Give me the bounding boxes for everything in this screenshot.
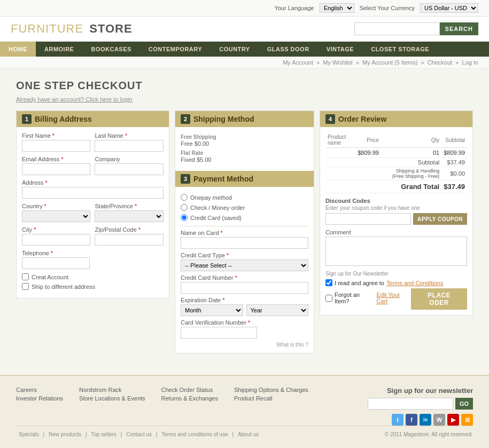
create-account-checkbox[interactable] bbox=[22, 273, 29, 280]
nav-glass-door[interactable]: GLASS DOOR bbox=[259, 42, 318, 57]
language-label: Your Language bbox=[274, 5, 314, 11]
expiry-label: Expiration Date * bbox=[181, 297, 308, 303]
company-input[interactable] bbox=[95, 163, 163, 175]
footer-shipping-options[interactable]: Shipping Options & Charges bbox=[234, 387, 308, 393]
last-name-input[interactable] bbox=[95, 140, 163, 152]
zip-input[interactable] bbox=[95, 234, 163, 246]
country-select[interactable] bbox=[22, 210, 90, 222]
main-content: ONE STEP CHECKOUT Already have an accoun… bbox=[0, 69, 489, 375]
what-is-this[interactable]: What is this ? bbox=[181, 342, 308, 348]
social-wikipedia[interactable]: W bbox=[433, 414, 445, 426]
footer-new-products[interactable]: New products bbox=[49, 431, 81, 437]
ship-different-checkbox[interactable] bbox=[22, 283, 29, 290]
order-section: 4 Order Review Product name Price Qty Su… bbox=[320, 111, 473, 316]
billing-section: 1 Billing Addtress First Name * Last Nam… bbox=[16, 111, 169, 298]
shipping-free-detail: Free $0.00 bbox=[181, 140, 209, 147]
telephone-label: Telephone * bbox=[22, 250, 90, 256]
social-linkedin[interactable]: in bbox=[420, 414, 431, 426]
footer-careers[interactable]: Careers bbox=[16, 387, 63, 393]
currency-select[interactable]: US Dollar - USD bbox=[420, 3, 478, 13]
coupon-input[interactable] bbox=[325, 213, 411, 225]
nav-home[interactable]: HOME bbox=[0, 42, 36, 57]
coupon-row: APPLY COUPON bbox=[325, 213, 467, 225]
breadcrumb-wishlist[interactable]: My Wishlist bbox=[323, 59, 353, 66]
col-subtotal: Subtotal bbox=[441, 132, 467, 148]
footer-store-locations[interactable]: Store Locations & Events bbox=[79, 395, 145, 402]
first-name-input[interactable] bbox=[22, 140, 90, 152]
language-select[interactable]: English bbox=[320, 3, 354, 13]
ship-different-row: Ship to different address bbox=[22, 283, 164, 290]
terms-checkbox[interactable] bbox=[325, 279, 332, 286]
shipping-option-flat: Flat Rate Fixed $5.00 bbox=[181, 148, 308, 164]
footer-terms[interactable]: Terms and conditions of use bbox=[161, 431, 228, 437]
newsletter-go-button[interactable]: GO bbox=[455, 398, 473, 410]
payment-onepay: Onepay method bbox=[181, 192, 308, 202]
name-on-card-input[interactable] bbox=[181, 237, 308, 249]
social-youtube[interactable]: ▶ bbox=[447, 414, 459, 426]
footer-specials[interactable]: Specials bbox=[19, 431, 39, 437]
nav-contemporary[interactable]: CONTEMPORARY bbox=[140, 42, 211, 57]
comment-textarea[interactable] bbox=[325, 237, 467, 266]
footer-contact-us[interactable]: Contact us bbox=[126, 431, 152, 437]
place-order-button[interactable]: PLACE ODER bbox=[411, 288, 467, 310]
terms-link[interactable]: Terms and Conditions bbox=[386, 280, 443, 286]
shipping-free-label: Free Shipping bbox=[181, 134, 308, 140]
subtotal-label: Subtotal bbox=[381, 158, 441, 167]
nav-country[interactable]: COUNTRY bbox=[211, 42, 258, 57]
footer-returns[interactable]: Returns & Exchanges bbox=[161, 395, 218, 402]
nav-closet-storage[interactable]: CLOSET STORAGE bbox=[362, 42, 438, 57]
search-input[interactable] bbox=[354, 22, 440, 35]
payment-onepay-radio[interactable] bbox=[181, 194, 188, 201]
cc-type-select[interactable]: -- Please Select -- bbox=[181, 260, 308, 271]
nav-vintage[interactable]: VINTAGE bbox=[318, 42, 363, 57]
edit-cart-link[interactable]: Edit Your Cart bbox=[376, 292, 411, 304]
footer-product-recall[interactable]: Product Recall bbox=[234, 395, 308, 402]
forgot-checkbox[interactable] bbox=[325, 295, 332, 302]
address-label: Address * bbox=[22, 179, 164, 186]
discount-hint: Enter your coupon code if you have one bbox=[325, 205, 467, 211]
breadcrumb-checkout[interactable]: Checkout bbox=[428, 59, 452, 66]
item-qty: 01 bbox=[381, 148, 441, 158]
footer-top-sellers[interactable]: Top sellers bbox=[91, 431, 117, 437]
social-facebook[interactable]: f bbox=[406, 414, 417, 426]
city-label: City * bbox=[22, 226, 90, 233]
footer-newsletter-title: Sign up for our newsletter bbox=[387, 387, 473, 395]
col-qty: Qty bbox=[381, 132, 441, 148]
billing-body: First Name * Last Name * Email Address * bbox=[17, 127, 169, 298]
state-select[interactable] bbox=[95, 210, 163, 222]
order-header: 4 Order Review bbox=[320, 111, 472, 127]
expiry-month-select[interactable]: Month bbox=[181, 304, 243, 316]
apply-coupon-button[interactable]: APPLY COUPON bbox=[413, 213, 467, 225]
nav-armoire[interactable]: ARMOIRE bbox=[36, 42, 82, 57]
newsletter-email-input[interactable] bbox=[368, 398, 453, 410]
search-button[interactable]: SEARCH bbox=[440, 22, 478, 35]
address-input[interactable] bbox=[22, 187, 164, 199]
footer-investor[interactable]: Investor Relations bbox=[16, 395, 63, 402]
search-box: SEARCH bbox=[354, 22, 478, 35]
footer-order-status[interactable]: Check Order Status bbox=[161, 387, 218, 393]
subtotal-value: $37.49 bbox=[441, 158, 467, 167]
footer-nordstrom[interactable]: Nordstrom Rack bbox=[79, 387, 145, 393]
order-body: Product name Price Qty Subtotal $809.99 … bbox=[320, 127, 472, 315]
breadcrumb-myaccount[interactable]: My Account bbox=[283, 59, 313, 66]
city-input[interactable] bbox=[22, 234, 90, 246]
state-label: State/Province * bbox=[95, 203, 163, 209]
nav-bookcases[interactable]: BOOKCASES bbox=[82, 42, 139, 57]
cvn-input[interactable] bbox=[181, 327, 257, 339]
company-label: Company bbox=[95, 156, 163, 162]
email-input[interactable] bbox=[22, 163, 90, 175]
cc-number-input[interactable] bbox=[181, 282, 308, 294]
telephone-input[interactable] bbox=[22, 257, 90, 269]
expiry-year-select[interactable]: Year bbox=[246, 304, 309, 316]
breadcrumb-login[interactable]: Log In bbox=[462, 59, 478, 66]
footer-copyright: © 2011 Magestore. All right reserved. bbox=[385, 431, 473, 437]
footer-about-us[interactable]: About us bbox=[238, 431, 259, 437]
payment-credit-radio[interactable] bbox=[181, 214, 188, 221]
social-twitter[interactable]: t bbox=[392, 414, 403, 426]
payment-check-radio[interactable] bbox=[181, 204, 188, 211]
social-rss[interactable]: ⊞ bbox=[461, 414, 473, 426]
breadcrumb-account-items[interactable]: My Account (5 Items) bbox=[362, 59, 417, 66]
forgot-text: Forgot an Item? bbox=[335, 292, 374, 304]
page-title: ONE STEP CHECKOUT bbox=[16, 80, 473, 92]
login-link-anchor[interactable]: Already have an account? Click here to l… bbox=[16, 96, 133, 103]
